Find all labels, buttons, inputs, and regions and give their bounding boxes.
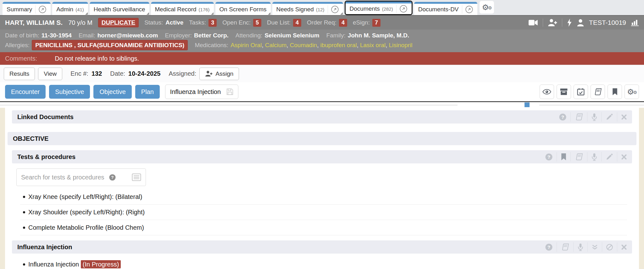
microphone-button[interactable] [587, 153, 601, 161]
demographics-panel: Date of birth:11-30-1954Email:horner@mie… [0, 30, 644, 52]
archive-button[interactable] [557, 85, 571, 99]
save-icon[interactable] [226, 88, 233, 95]
eye-button[interactable] [540, 85, 554, 99]
person-add-icon[interactable] [548, 19, 557, 26]
tab-documents-dv[interactable]: Documents-DV [414, 2, 477, 15]
close-button[interactable] [617, 244, 631, 250]
assign-button[interactable]: Assign [199, 68, 239, 80]
tab-dropdown-corner [147, 12, 149, 15]
section-tests-procedures: Tests & procedures ? [12, 150, 632, 163]
pencil-button[interactable] [602, 153, 617, 161]
comments-text: Do not release info to siblings. [55, 55, 139, 62]
help-button[interactable]: ? [541, 153, 557, 161]
book-button[interactable] [557, 243, 573, 251]
tab-on-screen-forms[interactable]: On Screen Forms [215, 2, 271, 15]
medication-link-ibuprofen-oral[interactable]: ibuprofen oral [320, 42, 357, 48]
tests-search-input[interactable] [21, 174, 110, 181]
popout-icon[interactable] [328, 5, 339, 14]
counter-badge[interactable]: 4 [339, 19, 347, 27]
field-value-employer: Better Corp. [194, 31, 229, 40]
book-icon [575, 113, 583, 121]
results-button[interactable]: Results [4, 68, 35, 80]
lightning-icon[interactable] [567, 19, 572, 27]
popout-icon[interactable] [35, 5, 47, 14]
tab-summary[interactable]: Summary [3, 2, 51, 15]
help-icon[interactable]: ? [109, 174, 116, 181]
book-icon [561, 243, 569, 251]
counter-badge[interactable]: 4 [293, 19, 301, 27]
allergies-badge[interactable]: PENICILLINS , SULFA(SULFONAMIDE ANTIBIOT… [32, 40, 188, 50]
influenza-list: Influenza Injection (In Progress) [20, 257, 627, 269]
med-separator: , [386, 42, 387, 48]
medication-link-lisinopril[interactable]: Lisinopril [389, 42, 413, 48]
divider [562, 19, 562, 27]
horizontal-scrollbar [0, 102, 644, 108]
close-icon [621, 244, 627, 250]
test-item: Xray Knee (specify Left/Right): (Bilater… [20, 189, 627, 205]
help-icon: ? [559, 113, 566, 121]
enc-number-value: 132 [92, 70, 102, 77]
medication-link-calcium[interactable]: Calcium [265, 42, 287, 48]
tab-needs-signed[interactable]: Needs Signed(12) [272, 2, 343, 15]
medication-link-coumadin[interactable]: Coumadin [290, 42, 317, 48]
test-item: Xray Shoulder (specify Left/Right): (Rig… [20, 205, 627, 220]
list-icon[interactable] [132, 173, 141, 181]
svg-text:?: ? [547, 154, 550, 159]
medication-link-lasix-oral[interactable]: Lasix oral [360, 42, 386, 48]
microphone-icon [578, 243, 583, 251]
tab-health-surveillance[interactable]: Health Surveillance [90, 2, 149, 15]
tab-label: Documents [350, 5, 380, 12]
video-camera-icon[interactable] [529, 19, 538, 26]
book-button[interactable] [571, 153, 587, 161]
gears-button[interactable]: ⚙⚙ [625, 85, 639, 99]
chevrons-down-button[interactable] [588, 244, 602, 250]
patient-header-right: TEST-10019 [529, 19, 639, 27]
scrollbar-thumb[interactable] [525, 102, 530, 107]
bookmark-button[interactable] [608, 85, 622, 99]
tab-label: Summary [7, 6, 32, 13]
counter-badge[interactable]: 3 [208, 19, 217, 27]
tab-admin[interactable]: Admin(41) [52, 2, 88, 15]
nav-button-encounter[interactable]: Encounter [5, 85, 46, 99]
patient-counters: Tasks:3Open Enc:5Due List:4Order Req:4eS… [189, 19, 380, 27]
demographics-row1: Date of birth:11-30-1954Email:horner@mie… [5, 31, 639, 40]
help-button[interactable]: ? [541, 244, 557, 251]
microphone-button[interactable] [587, 113, 601, 121]
tab-documents[interactable]: Documents(282) [345, 1, 413, 15]
tab-dropdown-corner [268, 12, 270, 15]
popout-icon[interactable] [396, 5, 408, 13]
counter-badge[interactable]: 7 [372, 19, 380, 27]
calendar-check-button[interactable] [574, 85, 588, 99]
close-button[interactable] [617, 114, 631, 120]
nav-button-plan[interactable]: Plan [135, 85, 160, 99]
help-button[interactable]: ? [555, 113, 570, 121]
note-toolbar-right: ⚙⚙ [540, 85, 639, 99]
counter-badge[interactable]: 5 [253, 19, 261, 27]
duplicate-badge[interactable]: DUPLICATE [98, 18, 139, 27]
help-icon: ? [545, 153, 552, 161]
view-button[interactable]: View [38, 68, 62, 80]
tab-medical-record[interactable]: Medical Record(176) [151, 2, 214, 15]
test-item: Complete Metabolic Profile (Blood Chem) [20, 220, 627, 235]
microphone-button[interactable] [574, 243, 587, 251]
counter-label: Open Enc: [222, 19, 251, 26]
prohibit-button[interactable] [602, 244, 617, 250]
book-button[interactable] [571, 113, 587, 121]
medication-link-aspirin-oral[interactable]: Aspirin Oral [230, 42, 262, 48]
tab-label: Admin [56, 6, 73, 13]
tab-settings-button[interactable]: ⚙⚙ [480, 1, 494, 14]
nav-button-objective[interactable]: Objective [93, 85, 131, 99]
bookmark-button[interactable] [557, 153, 570, 160]
popout-icon[interactable] [462, 5, 473, 14]
close-button[interactable] [617, 154, 631, 160]
user-id[interactable]: TEST-10019 [589, 19, 626, 26]
calendar-check-icon [577, 88, 585, 96]
nav-button-subjective[interactable]: Subjective [49, 85, 90, 99]
book-button[interactable] [591, 85, 605, 99]
pencil-button[interactable] [602, 113, 617, 121]
note-title: Influenza Injection [170, 88, 221, 96]
bookmark-icon [612, 88, 618, 95]
tab-dropdown-corner [340, 12, 343, 15]
chart-icon[interactable] [631, 19, 639, 26]
counter-label: Tasks: [189, 19, 206, 26]
